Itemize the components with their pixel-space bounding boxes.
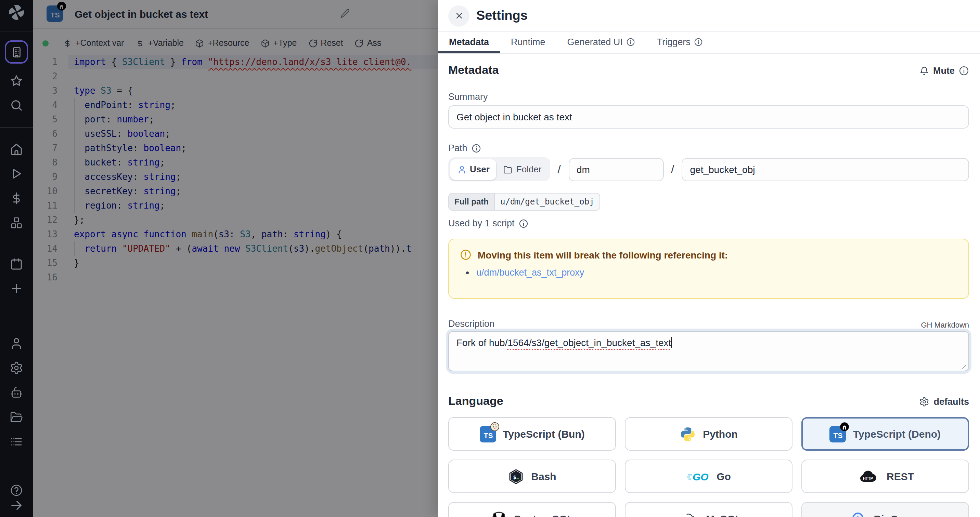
- user-icon: [457, 165, 466, 174]
- sidebar-item-home[interactable]: [0, 141, 33, 157]
- sidebar-item-star[interactable]: [0, 73, 33, 89]
- sidebar-item-list[interactable]: [0, 434, 33, 450]
- owner-kind-folder[interactable]: Folder: [496, 159, 549, 179]
- warning-reference-item: u/dm/bucket_as_txt_proxy: [476, 267, 958, 279]
- mysql-icon: MySQL: [676, 511, 699, 517]
- summary-label: Summary: [448, 92, 969, 102]
- language-card-rest[interactable]: HTTPREST: [801, 460, 969, 493]
- language-card-typescript-deno-[interactable]: TSTypeScript (Deno): [801, 417, 969, 451]
- owner-kind-user[interactable]: User: [450, 159, 496, 179]
- folder-open-icon: [10, 410, 23, 424]
- full-path-label: Full path: [449, 193, 494, 210]
- mute-button[interactable]: Mute: [919, 65, 969, 76]
- language-card-bash[interactable]: $Bash: [448, 460, 616, 493]
- gear-icon: [919, 396, 929, 406]
- sidebar-item-user[interactable]: [0, 335, 33, 352]
- sidebar-item-robot[interactable]: [0, 384, 33, 401]
- description-label: Description: [448, 319, 495, 329]
- description-text-flagged: 1564/s3/get_object_in_bucket_as_text: [508, 337, 671, 348]
- path-name-input[interactable]: [682, 158, 969, 181]
- sidebar-item-plus[interactable]: [0, 281, 33, 297]
- info-icon: [626, 37, 635, 46]
- tab-runtime[interactable]: Runtime: [500, 32, 556, 53]
- path-label: Path: [448, 143, 969, 153]
- metadata-heading: Metadata: [448, 63, 498, 77]
- sidebar-item-boxes[interactable]: [0, 215, 33, 231]
- description-text: Fork of hub/: [457, 337, 508, 348]
- sidebar-item-building[interactable]: [5, 40, 28, 63]
- used-by-label: Used by 1 script: [448, 218, 969, 228]
- tab-generated-ui[interactable]: Generated UI: [556, 32, 646, 53]
- sidebar-item-folder-open[interactable]: [0, 409, 33, 425]
- language-card-mysql[interactable]: MySQLMySQL: [625, 502, 792, 517]
- language-card-label: BigQuery: [873, 513, 920, 517]
- markdown-hint: GH Markdown: [921, 321, 969, 329]
- modal-backdrop[interactable]: [33, 0, 438, 517]
- svg-text:HTTP: HTTP: [863, 476, 873, 480]
- typescript-bun-icon: TS: [479, 426, 496, 442]
- language-card-go[interactable]: GOGo: [625, 460, 792, 493]
- description-textarea[interactable]: Fork of hub/1564/s3/get_object_in_bucket…: [448, 331, 969, 371]
- language-card-typescript-bun-[interactable]: TSTypeScript (Bun): [448, 417, 616, 451]
- typescript-deno-icon: TS: [830, 426, 846, 442]
- language-card-bigquery[interactable]: BigQuery: [801, 502, 969, 517]
- svg-text:TS: TS: [484, 431, 493, 439]
- language-card-label: PostgreSQL: [514, 513, 573, 517]
- rest-icon: HTTP: [856, 468, 880, 485]
- play-icon: [10, 167, 23, 181]
- svg-text:$: $: [513, 474, 517, 480]
- language-card-label: MySQL: [706, 513, 741, 517]
- owner-kind-toggle: UserFolder: [448, 157, 550, 181]
- warning-references-list: u/dm/bucket_as_txt_proxy: [460, 267, 958, 279]
- language-card-python[interactable]: Python: [625, 417, 792, 451]
- path-row: UserFolder / /: [448, 157, 969, 181]
- info-icon[interactable]: [471, 143, 481, 153]
- mute-label: Mute: [933, 65, 955, 76]
- sidebar-item-gear[interactable]: [0, 360, 33, 376]
- path-separator: /: [558, 162, 561, 176]
- search-icon: [10, 98, 23, 112]
- list-icon: [10, 435, 23, 449]
- sidebar-item-search[interactable]: [0, 97, 33, 114]
- windmill-logo: [0, 4, 33, 21]
- bigquery-icon: [850, 511, 867, 517]
- language-card-label: TypeScript (Deno): [853, 428, 941, 440]
- user-icon: [10, 336, 23, 350]
- svg-text:GO: GO: [692, 471, 709, 482]
- sidebar-item-arrow-right[interactable]: [0, 497, 33, 514]
- settings-drawer: Settings MetadataRuntimeGenerated UITrig…: [438, 0, 980, 517]
- bell-icon: [919, 65, 929, 76]
- resize-handle[interactable]: [960, 362, 966, 369]
- alert-circle-icon: [460, 249, 471, 260]
- robot-icon: [10, 386, 23, 400]
- windmill-logo-icon: [8, 3, 25, 21]
- sidebar-item-help[interactable]: [0, 482, 33, 498]
- deno-icon: [840, 422, 850, 431]
- language-defaults-button[interactable]: defaults: [919, 396, 969, 406]
- language-grid: TSTypeScript (Bun)PythonTSTypeScript (De…: [448, 417, 969, 517]
- python-icon: [679, 426, 696, 442]
- referencing-script-link[interactable]: u/dm/bucket_as_txt_proxy: [476, 267, 584, 278]
- sidebar-item-calendar[interactable]: [0, 256, 33, 272]
- language-card-label: Bash: [531, 471, 556, 482]
- language-card-postgresql[interactable]: PostgreSQL: [448, 502, 616, 517]
- path-owner-input[interactable]: [568, 158, 663, 181]
- summary-input[interactable]: [448, 105, 969, 128]
- close-icon: [454, 11, 464, 21]
- close-settings-button[interactable]: [448, 5, 469, 26]
- language-card-label: REST: [886, 471, 914, 482]
- sidebar-item-play[interactable]: [0, 165, 33, 182]
- sidebar-item-dollar[interactable]: [0, 190, 33, 206]
- tab-triggers[interactable]: Triggers: [646, 32, 714, 53]
- info-icon[interactable]: [959, 65, 969, 76]
- settings-title: Settings: [476, 0, 528, 32]
- warning-title: Moving this item will break the followin…: [460, 249, 958, 260]
- boxes-icon: [10, 216, 23, 230]
- folder-icon: [503, 165, 513, 174]
- tab-label: Generated UI: [567, 36, 623, 47]
- svg-text:TS: TS: [834, 431, 843, 439]
- tab-metadata[interactable]: Metadata: [438, 32, 500, 53]
- info-icon[interactable]: [519, 219, 528, 228]
- text-caret: [671, 337, 672, 348]
- sidebar: [0, 0, 33, 517]
